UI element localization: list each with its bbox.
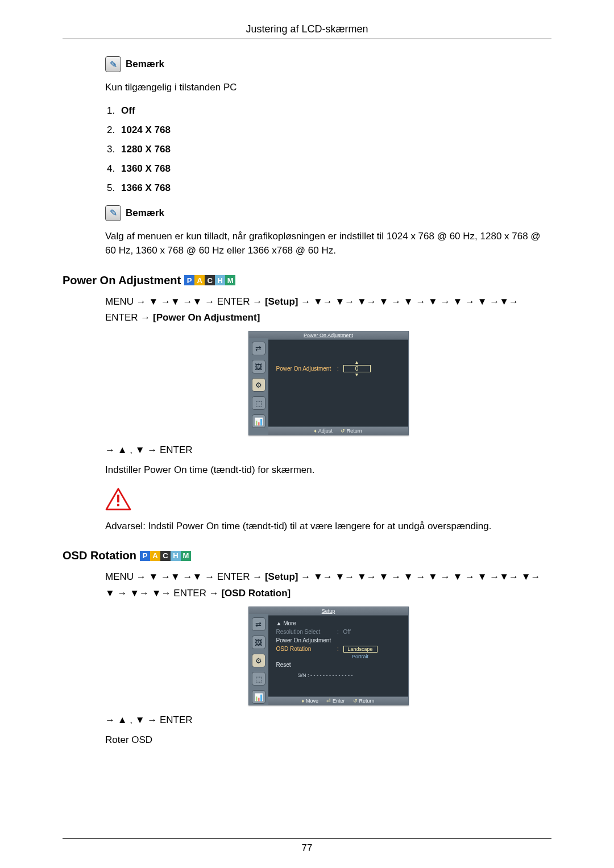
mode-p-icon: P <box>184 275 194 285</box>
section-power-on-heading: Power On Adjustment P A C H M <box>63 274 551 287</box>
osd-footer: ♦Adjust ↺Return <box>268 426 408 435</box>
note2-text: Valg af menuen er kun tilladt, når grafi… <box>105 229 551 258</box>
nav-target: [Power On Adjustment] <box>153 312 260 323</box>
osd-titlebar: Power On Adjustment <box>249 331 408 340</box>
resolution-value: 1366 X 768 <box>121 182 171 193</box>
nav-prefix: MENU → ▼ →▼ →▼ → ENTER → <box>105 571 265 582</box>
section-power-on-title: Power On Adjustment <box>63 274 181 287</box>
intro-text: Kun tilgængelig i tilstanden PC <box>105 80 551 95</box>
section-osd-rotation-title: OSD Rotation <box>63 549 136 562</box>
mode-c-icon: C <box>160 551 171 561</box>
osd-row-power-on-adjustment[interactable]: Power On Adjustment <box>276 637 403 643</box>
osd-value-box[interactable]: ▲ 0 ▼ <box>343 365 371 372</box>
svg-rect-2 <box>117 504 119 506</box>
nav-path-power-on: MENU → ▼ →▼ →▼ → ENTER → [Setup] → ▼→ ▼→… <box>105 294 551 327</box>
osd-footer-return: Return <box>347 428 362 434</box>
note-label: Bemærk <box>126 59 164 70</box>
note-heading-2: ✎ Bemærk <box>105 205 551 221</box>
osd-sidebar: ⇄ 🖼 ⚙ ⬚ 📊 <box>249 614 268 705</box>
osd-icon-multi: ⬚ <box>252 672 265 686</box>
osd-option-portrait[interactable]: Portrait <box>343 654 377 659</box>
note-label: Bemærk <box>126 207 164 219</box>
osd-rotation-desc: Roter OSD <box>105 733 551 747</box>
osd-row-label: Power On Adjustment <box>276 366 333 372</box>
note-icon: ✎ <box>105 205 121 221</box>
warning-icon <box>105 488 551 513</box>
page-number: 77 <box>63 842 551 854</box>
list-item: 1366 X 768 <box>118 182 551 194</box>
osd-sidebar: ⇄ 🖼 ⚙ ⬚ 📊 <box>249 338 268 435</box>
osd-serial-number: S/N : - - - - - - - - - - - - - - <box>298 672 403 678</box>
mode-a-icon: A <box>194 275 205 285</box>
osd-footer-adjust: Adjust <box>318 428 333 434</box>
mode-c-icon: C <box>205 275 215 285</box>
note-icon: ✎ <box>105 56 121 72</box>
osd-row-power-on: Power On Adjustment : ▲ 0 ▼ <box>276 365 403 372</box>
note-heading-1: ✎ Bemærk <box>105 56 551 72</box>
mode-a-icon: A <box>150 551 160 561</box>
mode-h-icon: H <box>171 551 181 561</box>
section-osd-rotation-heading: OSD Rotation P A C H M <box>63 549 551 562</box>
page-header-title: Justering af LCD-skærmen <box>63 23 551 39</box>
mode-m-icon: M <box>225 275 235 285</box>
caret-up-icon: ▲ <box>355 360 359 365</box>
nav-setup: [Setup] <box>265 571 298 582</box>
caret-down-icon: ▼ <box>355 372 359 377</box>
nav-setup: [Setup] <box>265 296 298 307</box>
power-on-desc: Indstiller Power On time (tændt-tid) for… <box>105 463 551 477</box>
osd-icon-picture: 🖼 <box>252 636 265 649</box>
osd-row-value: Off <box>343 629 351 635</box>
osd-footer-enter: Enter <box>333 698 345 704</box>
osd-icon-setup: ⚙ <box>252 654 265 667</box>
power-on-warning: Advarsel: Indstil Power On time (tændt-t… <box>105 519 551 534</box>
osd-row-osd-rotation[interactable]: OSD Rotation: Landscape Portrait <box>276 646 403 659</box>
osd-row-resolution-select: Resolution Select: Off <box>276 629 403 635</box>
nav-target: [OSD Rotation] <box>221 588 291 599</box>
osd-icon-input: ⇄ <box>252 342 265 355</box>
osd-row-reset[interactable]: Reset <box>276 662 403 668</box>
mode-strip: P A C H M <box>184 275 235 285</box>
list-item: 1024 X 768 <box>118 124 551 136</box>
resolution-value: 1024 X 768 <box>121 124 171 135</box>
mode-p-icon: P <box>140 551 150 561</box>
mode-h-icon: H <box>215 275 225 285</box>
osd-footer-move: Move <box>306 698 318 704</box>
osd-panel-power-on: Power On Adjustment ⇄ 🖼 ⚙ ⬚ 📊 Power On A… <box>248 331 409 435</box>
intro-text-span: Kun tilgængelig i tilstanden PC <box>105 82 237 93</box>
list-item: 1280 X 768 <box>118 144 551 155</box>
osd-icon-setup: ⚙ <box>252 378 265 392</box>
osd-option-landscape[interactable]: Landscape <box>343 646 377 653</box>
mode-strip: P A C H M <box>140 551 191 561</box>
list-item: 1360 X 768 <box>118 163 551 175</box>
osd-icon-info: 📊 <box>252 690 265 704</box>
header-rule <box>63 39 551 39</box>
list-item: Off <box>118 105 551 117</box>
resolution-value: 1360 X 768 <box>121 163 171 174</box>
osd-icon-picture: 🖼 <box>252 360 265 373</box>
nav-prefix: MENU → ▼ →▼ →▼ → ENTER → <box>105 296 265 307</box>
action-line-osd-rotation: → ▲ , ▼ → ENTER <box>105 715 551 726</box>
osd-icon-info: 📊 <box>252 414 265 428</box>
resolution-value: 1280 X 768 <box>121 144 171 155</box>
osd-more-row[interactable]: More <box>276 620 403 626</box>
svg-rect-1 <box>117 495 119 502</box>
osd-footer-return: Return <box>359 698 375 704</box>
mode-m-icon: M <box>181 551 191 561</box>
resolution-list: Off 1024 X 768 1280 X 768 1360 X 768 136… <box>105 105 551 194</box>
resolution-value: Off <box>121 105 135 116</box>
action-line-power-on: → ▲ , ▼ → ENTER <box>105 445 551 456</box>
osd-icon-multi: ⬚ <box>252 396 265 410</box>
footer-rule <box>63 838 551 839</box>
osd-footer: ♦Move ⏎Enter ↺Return <box>268 696 408 705</box>
osd-panel-setup: Setup ⇄ 🖼 ⚙ ⬚ 📊 More Resolution Select: … <box>248 607 409 705</box>
nav-path-osd-rotation: MENU → ▼ →▼ →▼ → ENTER → [Setup] → ▼→ ▼→… <box>105 569 551 602</box>
osd-icon-input: ⇄ <box>252 617 265 631</box>
osd-value: 0 <box>355 366 359 372</box>
osd-titlebar: Setup <box>249 607 408 616</box>
